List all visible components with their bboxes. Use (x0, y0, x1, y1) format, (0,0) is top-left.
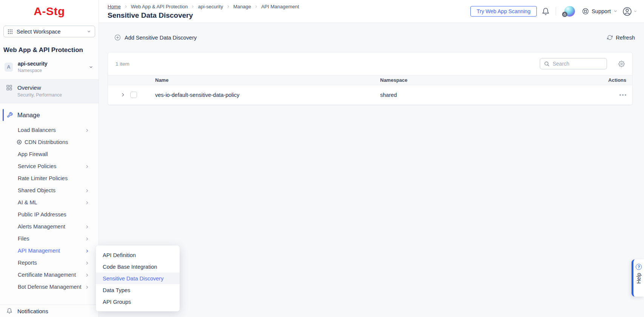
app-root: A-Stg Select Workspace Web App & API Pro… (0, 0, 644, 317)
manage-section-label: Manage (17, 112, 40, 119)
sidebar-menu-item[interactable]: Files (0, 233, 99, 245)
chevron-down-icon (633, 8, 637, 15)
sidebar-menu-item[interactable]: Service Policies (0, 160, 99, 172)
sidebar-section-manage[interactable]: Manage (0, 109, 99, 121)
grid-dots-icon (8, 29, 13, 34)
notifications-bell-button[interactable] (542, 8, 550, 15)
flyout-menu-item[interactable]: Data Types (96, 284, 180, 296)
api-management-flyout: API Definition Code Base Integration Sen… (96, 245, 180, 311)
chevron-right-icon (85, 224, 89, 230)
sidebar-menu-item[interactable]: Certificate Management (0, 269, 99, 281)
support-label: Support (592, 8, 611, 14)
breadcrumb: Home Web App & API Protection api-securi… (108, 4, 299, 9)
breadcrumb-item[interactable]: Home (108, 4, 121, 9)
search-icon (544, 61, 550, 67)
table-card-header: 1 item (108, 52, 632, 75)
search-box (540, 58, 607, 69)
search-input[interactable] (553, 61, 603, 67)
overview-label: Overview (17, 84, 62, 91)
row-namespace: shared (380, 92, 598, 98)
refresh-button[interactable]: Refresh (607, 35, 635, 41)
sidebar-menu-item-label: Certificate Management (18, 272, 76, 278)
lock-icon (563, 13, 566, 16)
sidebar-menu-item-label: Reports (18, 260, 37, 266)
manage-menu: Load Balancers CDN Distributions (0, 124, 99, 293)
namespace-sublabel: Namespace (18, 68, 84, 73)
page-title: Sensitive Data Discovery (108, 11, 299, 20)
table-header-row: Name Namespace Actions (108, 75, 632, 85)
table-row: ves-io-default-sensitive-data-policy sha… (108, 85, 632, 105)
sidebar-menu-item-label: Bot Defense Management (18, 284, 81, 290)
sidebar-menu-item-label: Service Policies (18, 163, 56, 169)
chevron-right-icon (85, 248, 89, 254)
refresh-button-label: Refresh (616, 35, 635, 41)
workspace-selector[interactable]: Select Workspace (3, 26, 95, 37)
help-tab[interactable]: ? Help (632, 259, 644, 297)
sidebar-menu-item[interactable]: Reports (0, 257, 99, 269)
sidebar-menu-item[interactable]: Bot Defense Management (0, 281, 99, 293)
bell-icon (542, 8, 550, 15)
chevron-right-icon (85, 236, 89, 242)
add-button-label: Add Sensitive Data Discovery (125, 35, 197, 41)
header-left: Home Web App & API Protection api-securi… (108, 0, 299, 23)
sidebar-menu-item[interactable]: Rate Limiter Policies (0, 172, 99, 184)
column-header-name[interactable]: Name (155, 77, 380, 83)
sidebar-item-notifications[interactable]: Notifications (0, 305, 99, 317)
namespace-selector[interactable]: A api-security Namespace (0, 61, 99, 80)
breadcrumb-item[interactable]: Web App & API Protection (131, 4, 188, 9)
flyout-menu-item[interactable]: Code Base Integration (96, 261, 180, 273)
breadcrumb-separator-icon (254, 5, 258, 8)
breadcrumb-item[interactable]: API Management (261, 4, 299, 9)
support-menu[interactable]: Support (582, 8, 618, 15)
refresh-icon (607, 35, 613, 40)
sidebar-menu-item-label: Alerts Management (18, 224, 65, 230)
add-sensitive-data-discovery-button[interactable]: Add Sensitive Data Discovery (114, 34, 197, 41)
column-header-namespace[interactable]: Namespace (380, 77, 598, 83)
row-expand-chevron-icon[interactable] (120, 92, 125, 97)
breadcrumb-item[interactable]: Manage (233, 4, 251, 9)
sidebar-menu-item-label: App Firewall (18, 151, 48, 157)
sidebar-menu-item[interactable]: Load Balancers (0, 124, 99, 136)
active-section-indicator (3, 109, 4, 121)
overview-text: Overview Security, Performance (17, 84, 62, 98)
grid-squares-icon (6, 84, 12, 91)
flyout-menu-item[interactable]: Sensitive Data Discovery (96, 273, 180, 284)
item-count: 1 item (116, 61, 129, 67)
sidebar-menu-item[interactable]: Alerts Management (0, 221, 99, 233)
row-checkbox[interactable] (130, 92, 137, 98)
flyout-menu-item[interactable]: API Groups (96, 296, 180, 308)
lock-badge (562, 12, 567, 17)
chevron-right-icon (85, 260, 89, 266)
header-divider (556, 7, 556, 15)
main-content: Home Web App & API Protection api-securi… (99, 0, 644, 317)
sidebar-menu-item[interactable]: AI & ML (0, 196, 99, 208)
chevron-right-icon (85, 285, 89, 291)
sidebar-section-title: Web App & API Protection (3, 46, 95, 54)
workspace-selector-label: Select Workspace (17, 29, 83, 35)
sidebar-menu-item[interactable]: CDN Distributions (0, 136, 99, 148)
breadcrumb-separator-icon (124, 5, 128, 8)
sidebar-menu-item[interactable]: Public IP Addresses (0, 208, 99, 221)
sidebar-menu-item[interactable]: Shared Objects (0, 184, 99, 196)
breadcrumb-item[interactable]: api-security (198, 4, 223, 9)
row-actions-menu-button[interactable] (619, 94, 632, 96)
row-name-link[interactable]: ves-io-default-sensitive-data-policy (155, 92, 380, 98)
breadcrumb-separator-icon (191, 5, 194, 8)
ai-assistant-button[interactable] (564, 6, 575, 17)
sidebar-menu-item-label: Files (18, 236, 29, 242)
account-menu[interactable] (622, 7, 637, 16)
sidebar-menu-item[interactable]: API Management (0, 245, 99, 257)
content-toolbar: Add Sensitive Data Discovery Refresh (99, 23, 644, 52)
chevron-down-icon (89, 65, 93, 69)
try-web-app-scanning-button[interactable]: Try Web App Scanning (470, 6, 537, 17)
namespace-text: api-security Namespace (18, 61, 84, 73)
table-settings-button[interactable] (618, 61, 625, 67)
logo-area: A-Stg (0, 0, 99, 23)
wrench-icon (7, 112, 13, 118)
flyout-menu-item[interactable]: API Definition (96, 249, 180, 261)
sidebar-item-overview[interactable]: Overview Security, Performance (0, 80, 99, 103)
sidebar-menu-item-label: Load Balancers (18, 127, 56, 133)
chevron-down-icon (87, 29, 91, 34)
sidebar-menu-item[interactable]: App Firewall (0, 148, 99, 160)
chevron-right-icon (85, 164, 89, 170)
